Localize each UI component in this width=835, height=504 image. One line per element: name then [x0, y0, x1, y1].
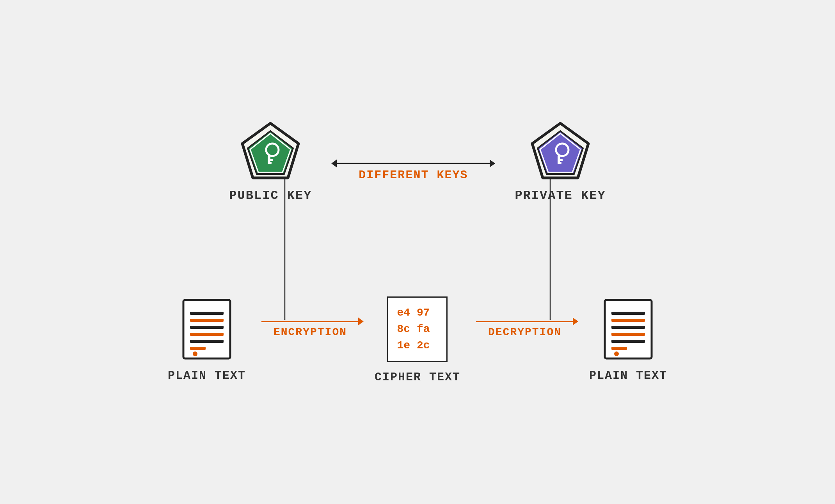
plain-text-left-item: PLAIN TEXT — [168, 298, 246, 382]
plain-text-left-label: PLAIN TEXT — [168, 369, 246, 382]
private-key-label: PRIVATE KEY — [515, 188, 606, 203]
encryption-arrow-line — [261, 321, 359, 322]
arrow-line — [335, 163, 491, 164]
keys-row: PUBLIC KEY DIFFERENT KEYS — [229, 120, 606, 203]
svg-rect-15 — [558, 162, 561, 164]
private-key-item: PRIVATE KEY — [515, 120, 606, 203]
plain-text-right-item: PLAIN TEXT — [589, 298, 667, 382]
decryption-arrow-line — [476, 321, 574, 322]
public-key-label: PUBLIC KEY — [229, 188, 312, 203]
different-keys-label: DIFFERENT KEYS — [359, 169, 468, 182]
plain-text-right-doc-icon — [603, 298, 654, 360]
cipher-text-item: e4 97 8c fa 1e 2c CIPHER TEXT — [375, 296, 460, 384]
svg-point-31 — [614, 351, 619, 356]
svg-rect-30 — [611, 347, 627, 350]
svg-rect-19 — [190, 326, 224, 329]
encryption-label: ENCRYPTION — [274, 326, 347, 338]
diagram-container: PUBLIC KEY DIFFERENT KEYS — [0, 0, 835, 504]
svg-rect-28 — [611, 333, 645, 336]
svg-rect-22 — [190, 347, 206, 350]
svg-rect-29 — [611, 340, 645, 343]
cipher-text-label: CIPHER TEXT — [375, 371, 460, 384]
decryption-arrow: DECRYPTION — [476, 321, 574, 360]
process-row: PLAIN TEXT ENCRYPTION e4 97 8c fa 1e 2c … — [168, 296, 667, 384]
svg-rect-17 — [190, 312, 224, 315]
keys-arrow-container: DIFFERENT KEYS — [335, 141, 491, 182]
keys-bidirectional-arrow — [335, 163, 491, 164]
svg-rect-14 — [558, 159, 563, 161]
svg-rect-20 — [190, 333, 224, 336]
public-key-item: PUBLIC KEY — [229, 120, 312, 203]
decryption-label: DECRYPTION — [488, 326, 561, 338]
plain-text-left-doc-icon — [181, 298, 232, 360]
svg-rect-25 — [611, 312, 645, 315]
svg-rect-26 — [611, 319, 645, 322]
public-key-pentagon — [239, 120, 302, 181]
svg-rect-7 — [268, 159, 273, 161]
svg-rect-8 — [268, 162, 272, 164]
cipher-line-2: 8c fa — [397, 321, 438, 337]
plain-text-right-label: PLAIN TEXT — [589, 369, 667, 382]
svg-rect-21 — [190, 340, 224, 343]
cipher-line-3: 1e 2c — [397, 337, 438, 354]
svg-point-23 — [193, 351, 197, 356]
encryption-arrow: ENCRYPTION — [261, 321, 359, 360]
cipher-text-box: e4 97 8c fa 1e 2c — [387, 296, 448, 362]
svg-rect-18 — [190, 319, 224, 322]
private-key-pentagon — [529, 120, 592, 181]
diagram-svg — [0, 0, 835, 504]
svg-rect-27 — [611, 326, 645, 329]
cipher-line-1: e4 97 — [397, 305, 438, 321]
